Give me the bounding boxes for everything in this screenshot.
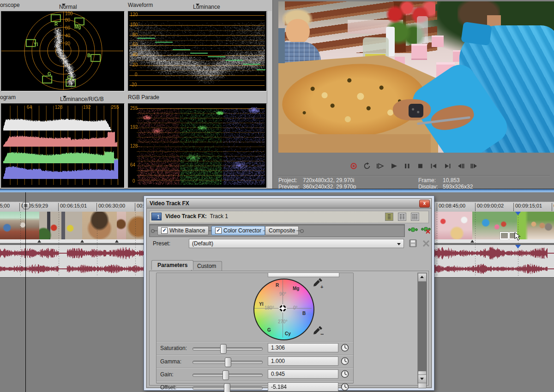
timeline-clip[interactable] [117, 212, 126, 239]
chevron-down-icon [397, 243, 401, 245]
fade-handle[interactable] [80, 240, 84, 243]
timeline-clip[interactable] [0, 212, 40, 239]
saturation-value[interactable]: 1.306 [268, 343, 338, 352]
timeline-marker[interactable] [23, 202, 30, 209]
close-button[interactable]: x [419, 200, 430, 208]
preset-combobox[interactable]: (Default) [189, 239, 404, 248]
waveform-scale: 60 [132, 42, 138, 47]
checkbox-checked[interactable]: ✓ [161, 227, 168, 234]
ruler-label: 00:09:00;02 [475, 203, 504, 211]
timeline-clip[interactable] [517, 212, 554, 239]
project-value: 720x480x32, 29.970i [303, 177, 354, 184]
histogram-title: ogram [0, 94, 16, 101]
previous-frame-button[interactable] [456, 162, 466, 170]
edit-cursor-marker[interactable] [515, 212, 521, 215]
view-2col-button[interactable] [398, 213, 406, 221]
remove-plugin-icon[interactable] [421, 226, 432, 236]
animate-clock-icon[interactable] [341, 344, 349, 352]
slider-thumb[interactable] [224, 383, 230, 392]
track-fx-title: Video Track FX: Track 1 [165, 213, 228, 220]
event-pan-crop-icon[interactable] [500, 232, 509, 239]
slider-thumb[interactable] [223, 370, 229, 380]
timeline-clip[interactable] [472, 212, 518, 239]
histogram-scale: 128 [55, 105, 63, 110]
stop-button[interactable] [416, 162, 426, 170]
loop-playback-button[interactable] [362, 162, 372, 170]
gain-slider[interactable] [193, 374, 263, 377]
scroll-down-button[interactable] [418, 374, 427, 383]
waveform-scale: 120 [130, 12, 138, 17]
eyedropper-add-icon[interactable]: + [312, 277, 324, 291]
timeline-clip[interactable] [82, 212, 117, 239]
preset-row: Preset: (Default) [149, 239, 429, 249]
animate-clock-icon[interactable] [341, 370, 349, 378]
edit-cursor-marker[interactable] [515, 245, 521, 249]
vectorscope-title: orscope [0, 2, 20, 8]
vectorscope-target-label: Cy [67, 75, 73, 80]
flower-vase [417, 16, 428, 46]
pink-box [432, 36, 444, 47]
insert-plugin-icon[interactable] [408, 226, 418, 235]
dialog-title-bar[interactable]: Video Track FX x [146, 198, 432, 208]
tab-parameters[interactable]: Parameters [151, 260, 193, 270]
eyedropper-subtract-icon[interactable]: − [312, 325, 324, 339]
plugin-composite[interactable]: Composite [265, 226, 299, 235]
next-frame-button[interactable] [469, 162, 479, 170]
parade-scale: 192 [130, 125, 138, 130]
plugin-white-balance[interactable]: ✓ White Balance [157, 226, 209, 235]
mouse-cursor [513, 232, 522, 241]
chain-node-icon [151, 229, 155, 233]
chain-node-icon [300, 229, 304, 233]
plugin-label: Composite [269, 227, 295, 234]
rgb-parade-panel: 255 192 128 64 0 [128, 103, 267, 188]
animate-clock-icon[interactable] [341, 383, 349, 391]
view-list-button[interactable] [385, 213, 393, 221]
tab-custom[interactable]: Custom [191, 261, 222, 271]
fade-handle[interactable] [470, 240, 474, 243]
offset-slider[interactable] [193, 386, 263, 390]
vectorscope-target-label: R [54, 22, 58, 27]
vertical-scrollbar[interactable] [417, 273, 427, 384]
save-preset-icon[interactable] [409, 239, 417, 249]
chevron-down-icon [62, 4, 66, 6]
pause-button[interactable] [402, 162, 412, 170]
play-button[interactable] [389, 162, 399, 170]
view-3col-button[interactable] [411, 213, 419, 221]
playhead[interactable] [25, 192, 26, 392]
watch [409, 104, 423, 118]
vectorscope-display [1, 12, 123, 90]
vectorscope-scale: 100 [65, 11, 73, 16]
wheel-cursor[interactable] [279, 304, 287, 312]
scopes-header-row1: orscope Normal Waveform Luminance [0, 0, 272, 10]
gain-value[interactable]: 0.945 [268, 369, 338, 379]
animate-clock-icon[interactable] [341, 357, 349, 365]
fade-handle[interactable] [115, 240, 119, 243]
delete-preset-icon[interactable] [422, 239, 430, 249]
fade-handle[interactable] [37, 240, 41, 243]
gamma-value[interactable]: 1.000 [268, 356, 338, 366]
slider-thumb[interactable] [225, 357, 231, 367]
record-button[interactable] [349, 162, 359, 170]
go-to-end-button[interactable] [442, 162, 452, 170]
timeline-clip[interactable] [432, 212, 473, 239]
go-to-start-button[interactable] [429, 162, 439, 170]
vectorscope-scale: 40 [65, 33, 70, 38]
offset-value[interactable]: -5.184 [268, 382, 338, 392]
gamma-slider[interactable] [193, 361, 263, 364]
slider-thumb[interactable] [220, 344, 227, 354]
timeline-clip[interactable] [39, 212, 83, 239]
saturation-slider[interactable] [193, 347, 263, 350]
histogram-panel: 64 128 192 255 [1, 103, 125, 188]
waveform-title: Waveform [128, 2, 153, 8]
play-from-start-button[interactable] [375, 162, 385, 170]
plugin-color-corrector[interactable]: ✓ Color Corrector [211, 226, 265, 235]
ruler-label: 00:06:30;00 [96, 203, 125, 211]
preset-label: Preset: [153, 240, 170, 247]
wheel-angle-label: 270° [278, 319, 288, 324]
scroll-up-button[interactable] [418, 273, 427, 282]
chevron-down-icon [196, 4, 199, 6]
checkbox-checked[interactable]: ✓ [215, 227, 222, 234]
histogram-display [1, 104, 123, 187]
grid-line [59, 212, 59, 276]
gain-row: Gain: 0.945 [157, 368, 353, 381]
